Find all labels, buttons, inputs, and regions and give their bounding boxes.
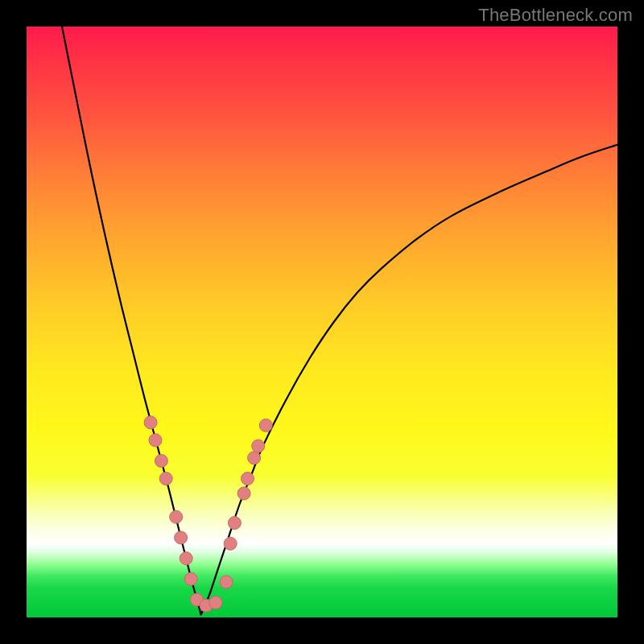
marker-point [149, 434, 162, 447]
curve-left-branch [62, 27, 201, 614]
marker-point [159, 473, 172, 485]
watermark-text: TheBottleneck.com [478, 5, 633, 26]
marker-point [155, 455, 167, 468]
marker-point [184, 572, 197, 585]
marker-point [248, 452, 261, 464]
marker-point [252, 440, 265, 452]
deviation-curve [62, 27, 617, 614]
marker-point [220, 576, 233, 588]
marker-point [259, 419, 272, 431]
marker-point [180, 552, 192, 565]
curve-layer [27, 27, 617, 617]
marker-points [144, 416, 272, 613]
marker-point [228, 517, 241, 530]
curve-right-branch [201, 145, 618, 615]
marker-point [175, 531, 188, 544]
chart-frame: TheBottleneck.com [0, 0, 644, 644]
marker-point [170, 510, 183, 523]
marker-point [209, 597, 222, 609]
marker-point [144, 416, 157, 429]
marker-point [237, 487, 250, 500]
marker-point [224, 537, 237, 550]
marker-point [242, 473, 254, 485]
